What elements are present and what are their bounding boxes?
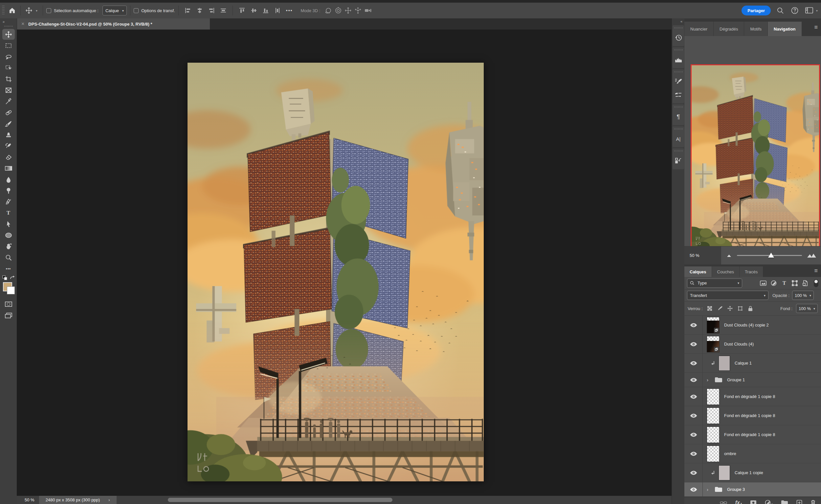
navigator-proxy-view[interactable] (691, 64, 820, 250)
tool-zoom[interactable] (2, 252, 15, 263)
distribute-v-icon[interactable] (273, 6, 282, 15)
link-layers-icon[interactable] (720, 501, 727, 504)
history-icon[interactable] (673, 31, 684, 44)
histogram-icon[interactable] (673, 53, 684, 66)
3d-slide-icon[interactable] (353, 6, 363, 15)
pixel-filter-icon[interactable] (759, 279, 767, 287)
group-expand-icon[interactable]: › (707, 377, 710, 383)
3d-pan-icon[interactable] (343, 6, 353, 15)
tool-brush[interactable] (2, 118, 15, 129)
layer-name[interactable]: Fond en dégradé 1 copie 8 (724, 432, 775, 437)
visibility-eye-icon[interactable] (684, 482, 703, 496)
layer-row[interactable]: ombre (684, 444, 821, 463)
character-icon[interactable]: A| (673, 132, 684, 145)
layer-comps-icon[interactable] (673, 154, 684, 167)
3d-roll-icon[interactable] (333, 6, 343, 15)
shape-filter-icon[interactable] (791, 279, 799, 287)
align-center-h-icon[interactable] (195, 6, 204, 15)
group-expand-icon[interactable]: › (707, 487, 710, 492)
transform-controls-checkbox[interactable] (134, 8, 138, 13)
opacity-field[interactable]: 100 % ▾ (792, 291, 814, 300)
delete-layer-icon[interactable] (810, 500, 816, 504)
layer-name[interactable]: Dust Clouds (4) (724, 342, 754, 347)
close-icon[interactable]: × (21, 21, 24, 27)
zoom-out-icon[interactable] (726, 254, 732, 258)
panel-menu-icon[interactable]: ≡ (814, 24, 818, 31)
layer-row[interactable]: Calque 1 copie (684, 463, 821, 482)
visibility-eye-icon[interactable] (684, 373, 703, 387)
layer-row[interactable]: Dust Clouds (4) (684, 335, 821, 354)
visibility-eye-icon[interactable] (684, 463, 703, 482)
color-swatches[interactable] (2, 282, 15, 295)
background-color[interactable] (7, 286, 15, 294)
tool-object-selection[interactable] (2, 62, 15, 73)
help-icon[interactable] (790, 6, 800, 15)
auto-select-target-dropdown[interactable]: Calque ▾ (102, 6, 127, 15)
align-bottom-icon[interactable] (262, 6, 270, 15)
layer-group-row-selected[interactable]: › Groupe 3 (684, 482, 821, 497)
distribute-h-icon[interactable] (219, 6, 228, 15)
layer-row[interactable]: Dust Clouds (4) copie 2 (684, 316, 821, 335)
layer-name[interactable]: Groupe 1 (727, 377, 745, 382)
layer-row[interactable]: Fond en dégradé 1 copie 8 (684, 406, 821, 425)
zoom-slider-thumb[interactable] (768, 253, 774, 258)
auto-select-checkbox[interactable] (46, 8, 51, 13)
smart-object-filter-icon[interactable] (801, 279, 809, 287)
document-artwork[interactable] (187, 63, 484, 481)
visibility-eye-icon[interactable] (684, 354, 703, 372)
document-tab[interactable]: × DPS-Challenge-St-Disc-V2-04.psd @ 50% … (17, 18, 210, 30)
navigator-zoom-slider[interactable] (737, 255, 802, 256)
adjustment-filter-icon[interactable] (770, 279, 778, 287)
brush-settings-icon[interactable] (673, 75, 684, 88)
quick-mask-button[interactable] (2, 299, 15, 309)
layer-thumbnail[interactable] (719, 356, 730, 371)
layer-style-fx-icon[interactable]: fx▾ (735, 500, 742, 504)
tool-marquee[interactable] (2, 40, 15, 51)
tool-eyedropper[interactable] (2, 96, 15, 107)
tool-history-brush[interactable] (2, 140, 15, 151)
tool-lasso[interactable] (2, 51, 15, 62)
search-icon[interactable] (775, 6, 785, 15)
lock-artboard-icon[interactable] (737, 305, 744, 312)
navigator-zoom-field[interactable]: 50 % (684, 246, 721, 264)
layer-name[interactable]: ombre (724, 451, 736, 456)
layer-thumbnail[interactable] (707, 408, 720, 424)
layer-name[interactable]: Fond en dégradé 1 copie 8 (724, 413, 775, 418)
tool-gradient[interactable] (2, 163, 15, 174)
visibility-eye-icon[interactable] (684, 387, 703, 406)
canvas-area[interactable] (17, 30, 672, 496)
visibility-eye-icon[interactable] (684, 444, 703, 463)
layer-thumbnail[interactable] (707, 336, 720, 352)
tab-nuancier[interactable]: Nuancier (684, 22, 713, 36)
layer-name[interactable]: Calque 1 copie (735, 470, 763, 475)
layer-thumbnail[interactable] (707, 446, 720, 462)
preset-caret-icon[interactable]: ▾ (36, 9, 37, 12)
workspace-caret-icon[interactable]: ▾ (816, 9, 818, 12)
panel-history-box[interactable] (673, 25, 684, 46)
new-adjustment-layer-icon[interactable]: ▾ (765, 500, 773, 504)
brushes-icon[interactable] (673, 88, 684, 101)
align-right-icon[interactable] (207, 6, 216, 15)
tool-blur[interactable] (2, 174, 15, 185)
status-doc-info[interactable]: 2480 px x 3508 px (300 ppp) › (39, 496, 116, 504)
visibility-eye-icon[interactable] (684, 406, 703, 425)
more-align-options-icon[interactable]: ••• (286, 8, 293, 13)
panel-character-box[interactable]: A| (673, 126, 684, 147)
tool-pen[interactable] (2, 196, 15, 207)
layer-name[interactable]: Groupe 3 (727, 487, 745, 492)
filter-type-dropdown[interactable]: Type ▾ (687, 279, 742, 288)
paragraph-icon[interactable]: ¶ (673, 110, 684, 123)
status-chevron-icon[interactable]: › (108, 497, 110, 502)
layer-row[interactable]: Fond en dégradé 1 copie 8 (684, 425, 821, 444)
layer-thumbnail[interactable] (719, 465, 730, 480)
lock-paint-icon[interactable] (717, 305, 723, 312)
3d-camera-icon[interactable] (363, 6, 373, 15)
tool-crop[interactable] (2, 73, 15, 84)
align-top-icon[interactable] (238, 6, 246, 15)
align-middle-icon[interactable] (250, 6, 258, 15)
panels-collapse-icon[interactable]: « (672, 18, 685, 24)
tool-type[interactable]: T (2, 207, 15, 218)
visibility-eye-icon[interactable] (684, 316, 703, 334)
layer-name[interactable]: Dust Clouds (4) copie 2 (724, 323, 769, 327)
options-bar-grip[interactable] (2, 6, 5, 15)
